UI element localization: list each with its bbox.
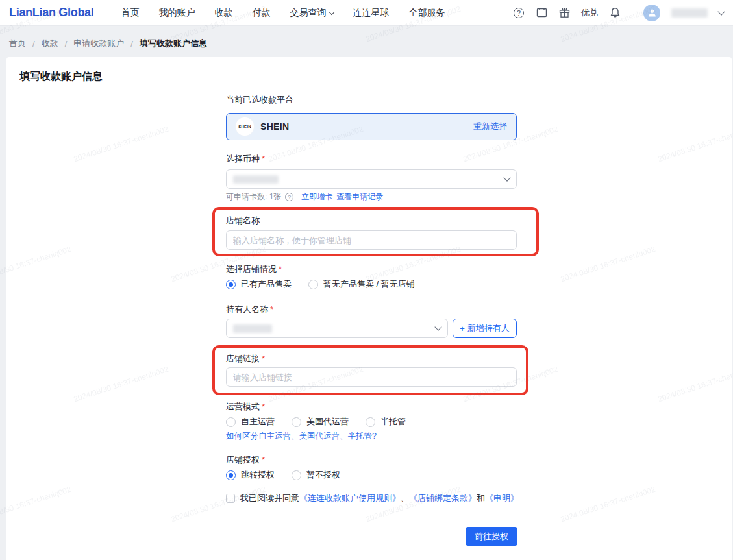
authorization-label: 店铺授权* xyxy=(226,454,265,466)
card-quota-text: 可申请卡数: 1张 xyxy=(226,191,281,202)
radio-icon xyxy=(366,417,375,427)
top-navigation: LianLian Global 首页 我的账户 收款 付款 交易查询 连连星球 … xyxy=(0,0,733,26)
breadcrumb-home[interactable]: 首页 xyxy=(9,38,26,49)
nav-item-my-account[interactable]: 我的账户 xyxy=(159,7,195,19)
radio-not-authorize[interactable]: 暂不授权 xyxy=(292,469,340,481)
breadcrumb: 首页 / 收款 / 申请收款账户 / 填写收款账户信息 xyxy=(9,38,207,49)
currency-select[interactable] xyxy=(226,169,517,189)
radio-no-products[interactable]: 暂无产品售卖 / 暂无店铺 xyxy=(308,278,415,290)
agreement-text: 我已阅读并同意《连连收款账户使用规则》、《店铺绑定条款》和《申明》 xyxy=(240,493,519,504)
radio-icon xyxy=(226,470,236,480)
operation-mode-label: 运营模式* xyxy=(226,401,265,413)
bell-icon[interactable] xyxy=(609,7,621,19)
platform-name: SHEIN xyxy=(260,121,289,132)
selected-platform-box: SHEIN SHEIN 重新选择 xyxy=(226,113,517,140)
radio-self-operated[interactable]: 自主运营 xyxy=(226,416,275,428)
shop-name-label: 店铺名称 xyxy=(226,215,260,226)
radio-has-products[interactable]: 已有产品售卖 xyxy=(226,278,292,290)
holder-label: 持有人名称* xyxy=(226,304,273,315)
nav-item-transactions[interactable]: 交易查询 xyxy=(290,7,334,19)
shop-link-label: 店铺链接* xyxy=(226,353,265,365)
chevron-down-icon xyxy=(503,174,510,181)
agreement-checkbox[interactable] xyxy=(226,494,235,503)
reselect-platform-link[interactable]: 重新选择 xyxy=(473,121,507,132)
question-circle-icon[interactable]: ? xyxy=(285,193,293,201)
breadcrumb-separator: / xyxy=(65,39,68,49)
authorization-options: 跳转授权 暂不授权 xyxy=(226,469,340,481)
breadcrumb-separator: / xyxy=(32,39,35,49)
shop-name-input[interactable] xyxy=(233,236,510,245)
user-name-redacted xyxy=(671,8,708,18)
youdui-link[interactable]: 优兑 xyxy=(581,7,598,19)
nav-item-payment[interactable]: 付款 xyxy=(253,7,271,19)
binding-terms-link[interactable]: 《店铺绑定条款》 xyxy=(409,493,477,503)
radio-icon xyxy=(226,417,236,427)
currency-label: 选择币种* xyxy=(226,153,265,165)
go-authorize-button[interactable]: 前往授权 xyxy=(466,527,517,546)
breadcrumb-apply-account[interactable]: 申请收款账户 xyxy=(73,38,124,49)
shop-status-options: 已有产品售卖 暂无产品售卖 / 暂无店铺 xyxy=(226,278,415,290)
radio-us-agent-operated[interactable]: 美国代运营 xyxy=(292,416,349,428)
help-icon[interactable]: ? xyxy=(513,7,525,19)
agreement-row: 我已阅读并同意《连连收款账户使用规则》、《店铺绑定条款》和《申明》 xyxy=(226,493,519,504)
required-mark: * xyxy=(262,354,265,363)
statement-link[interactable]: 《申明》 xyxy=(485,493,519,503)
radio-icon xyxy=(226,280,236,289)
nav-item-planet[interactable]: 连连星球 xyxy=(353,7,390,19)
page-title: 填写收款账户信息 xyxy=(19,70,103,84)
nav-right-tools: ? 优兑 xyxy=(513,5,724,21)
card-quota-hint: 可申请卡数: 1张 ? 立即增卡 查看申请记录 xyxy=(226,191,383,202)
chevron-down-icon[interactable] xyxy=(717,8,725,15)
holder-select[interactable] xyxy=(226,319,448,338)
nav-item-all-services[interactable]: 全部服务 xyxy=(409,7,445,19)
gift-icon[interactable] xyxy=(558,7,570,19)
currency-value-redacted xyxy=(233,175,279,184)
nav-item-transactions-label: 交易查询 xyxy=(290,7,327,19)
nav-menu: 首页 我的账户 收款 付款 交易查询 连连星球 全部服务 xyxy=(121,7,445,19)
operation-mode-help-link[interactable]: 如何区分自主运营、美国代运营、半托管? xyxy=(226,431,377,442)
radio-icon xyxy=(308,280,318,289)
required-mark: * xyxy=(270,304,273,314)
shop-name-field-wrap xyxy=(226,230,517,250)
shein-logo: SHEIN xyxy=(236,117,254,136)
logo[interactable]: LianLian Global xyxy=(9,6,94,19)
breadcrumb-separator: / xyxy=(130,39,133,49)
chevron-down-icon xyxy=(329,9,334,14)
required-mark: * xyxy=(262,455,265,465)
breadcrumb-collection[interactable]: 收款 xyxy=(42,38,58,49)
breadcrumb-current: 填写收款账户信息 xyxy=(140,38,207,49)
required-mark: * xyxy=(262,402,265,411)
nav-item-collection[interactable]: 收款 xyxy=(215,7,233,19)
required-mark: * xyxy=(262,154,265,164)
shop-link-input[interactable] xyxy=(233,372,510,382)
radio-icon xyxy=(292,470,301,480)
radio-semi-managed[interactable]: 半托管 xyxy=(366,416,406,428)
holder-value-redacted xyxy=(233,324,272,333)
add-holder-button[interactable]: + 新增持有人 xyxy=(453,319,517,338)
main-card: 填写收款账户信息 当前已选收款平台 SHEIN SHEIN 重新选择 选择币种*… xyxy=(6,57,732,560)
chevron-down-icon xyxy=(434,323,441,330)
add-card-link[interactable]: 立即增卡 xyxy=(301,191,332,202)
usage-rules-link[interactable]: 《连连收款账户使用规则》 xyxy=(299,493,401,503)
view-application-records-link[interactable]: 查看申请记录 xyxy=(336,191,383,202)
radio-redirect-authorize[interactable]: 跳转授权 xyxy=(226,469,275,481)
card-icon[interactable] xyxy=(536,7,547,19)
platform-label: 当前已选收款平台 xyxy=(226,94,293,106)
avatar[interactable] xyxy=(643,5,660,21)
operation-mode-options: 自主运营 美国代运营 半托管 xyxy=(226,416,406,428)
nav-item-home[interactable]: 首页 xyxy=(121,7,140,19)
divider xyxy=(632,8,632,18)
required-mark: * xyxy=(279,264,282,274)
plus-icon: + xyxy=(460,324,465,334)
shop-link-field-wrap xyxy=(226,367,517,387)
radio-icon xyxy=(292,417,301,427)
shop-status-label: 选择店铺情况* xyxy=(226,263,282,275)
